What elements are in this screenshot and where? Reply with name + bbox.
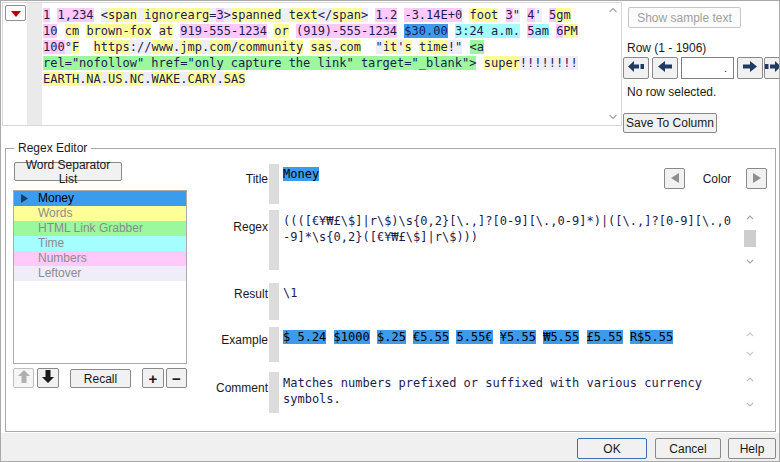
regex-list-item-label: HTML Link Grabber [38,221,143,236]
scrollbar-thumb[interactable] [744,230,756,247]
highlight-segment: 3:24 a.m. [455,24,520,38]
highlight-segment: PM [563,24,577,38]
regex-list-item-label: Words [38,206,72,221]
row-number-input[interactable] [681,57,734,79]
red-triangle-icon [11,11,21,17]
title-field[interactable]: Money [269,164,660,204]
highlight-segment [406,330,413,344]
highlight-segment: . [180,72,187,86]
highlight-segment: !" [448,40,462,54]
highlight-segment: jmp [180,40,202,54]
highlight-segment: https [94,40,130,54]
scroll-up-icon[interactable] [746,215,754,220]
highlight-segment [326,330,333,344]
highlight-segment: " [376,40,383,54]
save-to-column-button[interactable]: Save To Column [623,113,717,133]
regex-list-item-money[interactable]: Money [14,191,186,206]
highlight-segment [282,8,289,22]
highlight-segment: 100 [43,40,65,54]
highlight-segment: rel="nofollow" href="only capture the li… [43,56,476,70]
highlight-segment: text [289,8,318,22]
first-row-button[interactable] [623,57,649,79]
comment-field[interactable]: Matches numbers prefixed or suffixed wit… [269,372,758,413]
result-field[interactable]: \1 [269,283,758,320]
highlight-segment: :// [130,40,152,54]
regex-list-item-leftover[interactable]: Leftover [14,266,186,281]
highlight-segment: brown-fox [86,24,151,38]
highlight-segment: community [238,40,303,54]
regex-scrollbar[interactable] [743,211,757,269]
highlight-segment [151,24,158,38]
next-row-button[interactable] [737,57,763,79]
highlight-segment: www [151,40,173,54]
color-prev-button[interactable] [664,168,685,189]
highlight-segment: ignorearg [144,8,209,22]
dialog-footer: OK Cancel Help [1,433,780,462]
title-label: Title [156,172,268,186]
comment-value: Matches numbers prefixed or suffixed wit… [283,375,735,407]
highlight-segment: $ 5.24 [283,330,326,344]
move-up-button[interactable] [13,368,34,388]
highlight-segment [370,330,377,344]
highlight-segment: < [101,8,108,22]
highlight-segment: $30.00 [404,24,447,38]
sample-scrollbar[interactable] [605,3,621,125]
regex-list-item-time[interactable]: Time [14,236,186,251]
scroll-down-icon[interactable] [746,259,754,264]
regex-list-item-words[interactable]: Words [14,206,186,221]
arrow-right-icon [743,61,757,75]
scroll-down-icon[interactable] [609,114,618,120]
sample-line-2: 10 cm brown-fox at 919-555-1234 or (919)… [43,23,603,39]
highlight-segment: $.25 [377,330,406,344]
highlight-segment: span [332,8,361,22]
highlight-segment: com [339,40,361,54]
scroll-up-icon[interactable] [609,7,618,13]
word-separator-list-button[interactable]: Word Separator List [14,162,122,181]
highlight-segment [542,8,549,22]
example-label: Example [156,333,268,347]
scroll-down-icon[interactable] [746,351,754,356]
last-row-button[interactable] [764,57,780,79]
scroll-up-icon[interactable] [746,332,754,337]
highlight-segment: (919)-555-1234 [296,24,397,38]
example-field[interactable]: $ 5.24 $1000 $.25 €5.55 5.55€ ¥5.55 ₩5.5… [269,327,758,362]
scroll-up-icon[interactable] [746,377,754,382]
regex-label: Regex [156,220,268,234]
comment-scrollbar[interactable] [743,373,757,412]
color-next-button[interactable] [746,168,767,189]
highlight-segment [498,8,505,22]
highlight-segment: !!!!!!!! [520,56,578,70]
regex-field[interactable]: ((([€¥₩£\$]|r\$)\s{0,2}[\.,]?[0-9][\.,0-… [269,210,758,270]
selected-row-marker-icon [21,194,28,203]
highlight-segment: £5.55 [587,330,623,344]
sample-text: 1 1,234 <span ignorearg=3>spanned text</… [43,7,603,125]
highlight-segment: ¥5.55 [500,330,536,344]
highlight-segment [476,56,483,70]
highlight-segment: 5.55€ [456,330,492,344]
scroll-down-icon[interactable] [746,402,754,407]
field-grip [269,327,279,362]
prev-row-button[interactable] [652,57,678,79]
ok-button[interactable]: OK [577,438,647,459]
highlight-segment: com [209,40,231,54]
row-range-label: Row (1 - 1906) [627,41,706,55]
highlight-segment: gm [556,8,570,22]
regex-list-item-numbers[interactable]: Numbers [14,251,186,266]
highlight-segment: . [123,72,130,86]
help-button[interactable]: Help [728,438,776,459]
title-value: Money [283,167,319,181]
field-grip [269,210,279,270]
field-grip [269,283,279,320]
group-title: Regex Editor [14,141,91,155]
highlight-segment: ° [65,40,72,54]
highlight-segment [623,330,630,344]
result-label: Result [156,287,268,301]
cancel-button[interactable]: Cancel [655,438,721,459]
recall-button[interactable]: Recall [70,369,131,388]
highlight-segment: s [404,40,411,54]
example-scrollbar[interactable] [743,328,757,361]
show-sample-text-button[interactable]: Show sample text [628,7,741,28]
color-label: Color [690,172,744,186]
red-triangle-menu-button[interactable] [5,5,26,21]
move-down-button[interactable] [37,368,59,388]
